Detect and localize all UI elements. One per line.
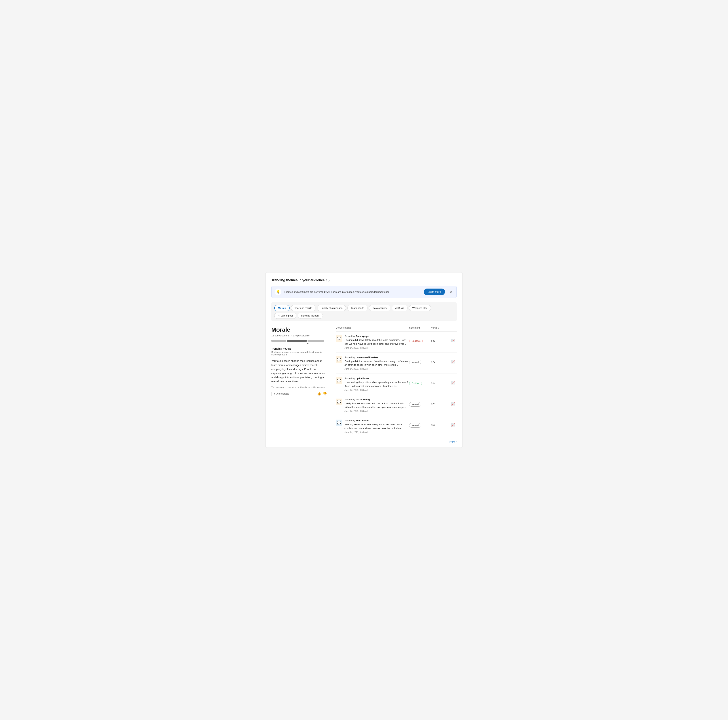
conv-icon-2: 💬 xyxy=(336,356,342,363)
conv-text-5: Noticing some tension brewing within the… xyxy=(344,423,409,430)
conv-action-4[interactable]: 📈 xyxy=(449,398,457,406)
ai-generated-label: AI-generated xyxy=(277,393,289,395)
pagination: Next › xyxy=(336,437,457,443)
col-header-views[interactable]: Views ↓ xyxy=(431,326,449,329)
conv-views-2: 477 xyxy=(431,356,449,363)
conv-sentiment-5: Neutral xyxy=(409,419,431,428)
theme-name: Morale xyxy=(271,326,327,333)
conv-date-5: June 14, 2023, 9:34 AM xyxy=(344,431,409,434)
conv-sentiment-1: Negative xyxy=(409,335,431,343)
ai-banner-icon: 💡 xyxy=(275,289,281,295)
right-panel: Conversations Sentiment Views ↓ 💬 Posted… xyxy=(336,326,457,443)
tab-year-end-results[interactable]: Year end results xyxy=(291,305,316,311)
sparkle-icon: ✦ xyxy=(273,393,275,395)
ai-banner-text: Themes and sentiment are powered by AI. … xyxy=(284,290,421,293)
conv-text-2: Feeling a bit disconnected from the team… xyxy=(344,359,409,367)
tab-ai-job-impact[interactable]: AI Job Impact xyxy=(274,313,297,319)
conversations-header: Conversations Sentiment Views ↓ xyxy=(336,326,457,332)
conv-views-1: 589 xyxy=(431,335,449,342)
col-header-conversations: Conversations xyxy=(336,326,409,329)
table-row: 💬 Posted by Astrid Wong Lately, I've fel… xyxy=(336,395,457,416)
tab-team-offsite[interactable]: Team offsite xyxy=(347,305,368,311)
conv-action-5[interactable]: 📈 xyxy=(449,419,457,427)
conv-author-3: Posted by Lydia Bauer xyxy=(344,377,409,380)
conv-action-2[interactable]: 📈 xyxy=(449,356,457,364)
sentiment-bar-wrapper: ▲ xyxy=(271,340,327,342)
view-trend-button-4[interactable]: 📈 xyxy=(451,402,455,406)
main-content: Morale 15 conversations • 275 participan… xyxy=(271,326,457,443)
conv-body-5: Posted by Tim Deboer Noticing some tensi… xyxy=(344,419,409,434)
conv-views-4: 376 xyxy=(431,398,449,405)
conv-author-5: Posted by Tim Deboer xyxy=(344,419,409,422)
view-trend-button-1[interactable]: 📈 xyxy=(451,339,455,342)
trending-desc: Sentiment across conversations with this… xyxy=(271,351,327,356)
sentiment-badge-3: Positive xyxy=(409,381,422,385)
view-trend-button-2[interactable]: 📈 xyxy=(451,360,455,364)
conv-icon-1: 💬 xyxy=(336,335,342,342)
view-trend-button-3[interactable]: 📈 xyxy=(451,381,455,384)
conv-body-2: Posted by Lawrence Gilbertson Feeling a … xyxy=(344,356,409,370)
bar-negative xyxy=(271,340,286,342)
theme-meta: 15 conversations • 275 participants xyxy=(271,334,327,337)
conv-author-2: Posted by Lawrence Gilbertson xyxy=(344,356,409,359)
themes-tabs: Morale Year end results Supply chain iss… xyxy=(271,302,457,321)
main-container: Trending themes in your audience i 💡 The… xyxy=(265,272,463,448)
bar-neutral xyxy=(287,340,307,342)
tab-ai-bugs[interactable]: AI Bugs xyxy=(392,305,407,311)
sort-icon: ↓ xyxy=(438,327,439,329)
conv-text-1: Feeling a bit down lately about the team… xyxy=(344,338,409,346)
conv-views-5: 352 xyxy=(431,419,449,426)
tab-wellness-day[interactable]: Wellness Day xyxy=(409,305,431,311)
conv-body-4: Posted by Astrid Wong Lately, I've felt … xyxy=(344,398,409,413)
col-header-sentiment: Sentiment xyxy=(409,326,431,329)
close-banner-button[interactable]: ✕ xyxy=(449,289,453,295)
bar-positive xyxy=(307,340,324,342)
page-title: Trending themes in your audience xyxy=(271,278,325,282)
conv-date-3: June 14, 2023, 9:34 AM xyxy=(344,389,409,391)
sentiment-badge-1: Negative xyxy=(409,339,423,343)
conv-icon-5: 💬 xyxy=(336,420,342,426)
conv-action-3[interactable]: 📈 xyxy=(449,377,457,384)
conv-author-1: Posted by Amy Nguyen xyxy=(344,335,409,338)
conv-author-4: Posted by Astrid Wong xyxy=(344,398,409,401)
tab-data-security[interactable]: Data security xyxy=(369,305,390,311)
conv-sentiment-4: Neutral xyxy=(409,398,431,407)
info-icon[interactable]: i xyxy=(326,279,329,282)
conv-date-1: June 14, 2023, 9:34 AM xyxy=(344,347,409,349)
trending-label: Trending neutral xyxy=(271,347,327,350)
thumbs-up-button[interactable]: 👍 xyxy=(317,392,321,396)
sentiment-badge-5: Neutral xyxy=(409,423,421,428)
table-row: 💬 Posted by Tim Deboer Noticing some ten… xyxy=(336,416,457,437)
theme-summary: Your audience is sharing their feelings … xyxy=(271,359,327,384)
conv-icon-4: 💬 xyxy=(336,399,342,405)
conv-text-4: Lately, I've felt frustrated with the la… xyxy=(344,402,409,409)
conv-views-3: 413 xyxy=(431,377,449,384)
conv-icon-3: 💬 xyxy=(336,378,342,384)
view-trend-button-5[interactable]: 📈 xyxy=(451,423,455,427)
tab-morale[interactable]: Morale xyxy=(274,305,290,311)
ai-banner: 💡 Themes and sentiment are powered by AI… xyxy=(271,286,457,298)
left-panel: Morale 15 conversations • 275 participan… xyxy=(271,326,330,443)
bar-indicator: ▲ xyxy=(306,342,309,345)
title-row: Trending themes in your audience i xyxy=(271,278,457,282)
ai-footer: ✦ AI-generated 👍 👎 xyxy=(271,391,327,396)
sentiment-badge-4: Neutral xyxy=(409,402,421,407)
tab-hacking-incident[interactable]: Hacking incident xyxy=(298,313,323,319)
ai-generated-badge: ✦ AI-generated xyxy=(271,391,291,396)
conv-sentiment-2: Neutral xyxy=(409,356,431,364)
conv-sentiment-3: Positive xyxy=(409,377,431,385)
next-button[interactable]: Next › xyxy=(449,440,457,443)
conv-date-4: June 14, 2023, 9:34 AM xyxy=(344,410,409,413)
ai-disclaimer: The summary is generated by AI and may n… xyxy=(271,386,327,388)
tab-supply-chain-issues[interactable]: Supply chain issues xyxy=(317,305,346,311)
chevron-right-icon: › xyxy=(456,440,457,443)
conversations-count: 15 conversations xyxy=(271,334,289,337)
conv-date-2: June 14, 2023, 9:34 AM xyxy=(344,368,409,370)
learn-more-button[interactable]: Learn more xyxy=(424,289,445,295)
sentiment-bar: ▲ xyxy=(271,340,327,342)
table-row: 💬 Posted by Lydia Bauer Love seeing the … xyxy=(336,374,457,395)
conv-action-1[interactable]: 📈 xyxy=(449,335,457,342)
thumbs-down-button[interactable]: 👎 xyxy=(323,392,327,396)
conv-body-3: Posted by Lydia Bauer Love seeing the po… xyxy=(344,377,409,391)
feedback-buttons: 👍 👎 xyxy=(317,392,327,396)
